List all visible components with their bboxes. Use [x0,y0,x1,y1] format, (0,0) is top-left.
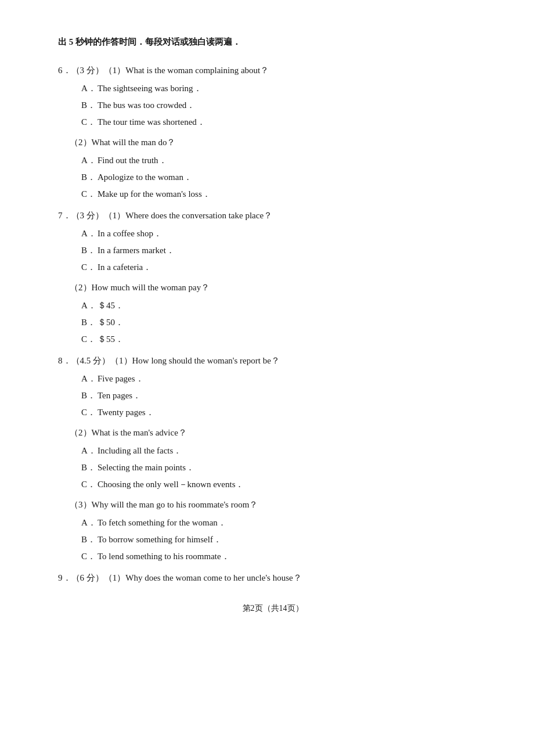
q9-title: 9．（6 分）（1）Why does the woman come to her… [58,570,488,586]
q6-sub2-optA: A． Find out the truth． [81,153,488,168]
q7-num: 7．（3 分）（1）Where does the conversation ta… [58,208,272,224]
q8-sub2-optB: B． Selecting the main points． [81,460,488,476]
q8-sub3-optA: A． To fetch something for the woman． [81,515,488,531]
q8-sub3: （3）Why will the man go to his roommate's… [70,497,488,513]
question-7: 7．（3 分）（1）Where does the conversation ta… [58,208,488,347]
q7-sub1-optC: C． In a cafeteria． [81,260,488,275]
q7-sub2: （2）How much will the woman pay？ [70,280,488,296]
q8-sub1-optA: A． Five pages． [81,371,488,387]
q6-sub1-optB: B． The bus was too crowded． [81,98,488,113]
q6-sub2-optC: C． Make up for the woman's loss． [81,186,488,202]
q8-sub2-optA: A． Including all the facts． [81,443,488,459]
page-content: 出 5 秒钟的作答时间．每段对话或独白读两遍． 6．（3 分）（1）What i… [58,35,488,614]
q9-num: 9．（6 分）（1）Why does the woman come to her… [58,570,302,586]
q8-sub1-optB: B． Ten pages． [81,388,488,404]
q7-title: 7．（3 分）（1）Where does the conversation ta… [58,208,488,224]
q7-sub2-optA: A． ＄45． [81,298,488,314]
header-instruction: 出 5 秒钟的作答时间．每段对话或独白读两遍． [58,35,488,49]
q6-title: 6．（3 分）（1）What is the woman complaining … [58,63,488,78]
q6-num: 6．（3 分）（1）What is the woman complaining … [58,63,269,78]
page-footer: 第2页（共14页） [58,603,488,614]
question-8: 8．（4.5 分）（1）How long should the woman's … [58,353,488,564]
q8-sub2-optC: C． Choosing the only well－known events． [81,477,488,492]
q6-sub1-optA: A． The sightseeing was boring． [81,81,488,96]
q6-sub1-optC: C． The tour time was shortened． [81,114,488,130]
q7-sub2-optB: B． ＄50． [81,315,488,330]
q8-sub2: （2）What is the man's advice？ [70,425,488,441]
q8-sub3-optC: C． To lend something to his roommate． [81,549,488,564]
q8-sub1-optC: C． Twenty pages． [81,405,488,420]
q6-sub2: （2）What will the man do？ [70,135,488,150]
q8-title: 8．（4.5 分）（1）How long should the woman's … [58,353,488,369]
q6-sub2-optB: B． Apologize to the woman． [81,170,488,185]
q8-sub3-optB: B． To borrow something for himself． [81,532,488,548]
question-9: 9．（6 分）（1）Why does the woman come to her… [58,570,488,586]
q7-sub1-optB: B． In a farmers market． [81,243,488,258]
question-6: 6．（3 分）（1）What is the woman complaining … [58,63,488,202]
q7-sub2-optC: C． ＄55． [81,332,488,347]
q7-sub1-optA: A． In a coffee shop． [81,226,488,242]
q8-num: 8．（4.5 分）（1）How long should the woman's … [58,353,280,369]
